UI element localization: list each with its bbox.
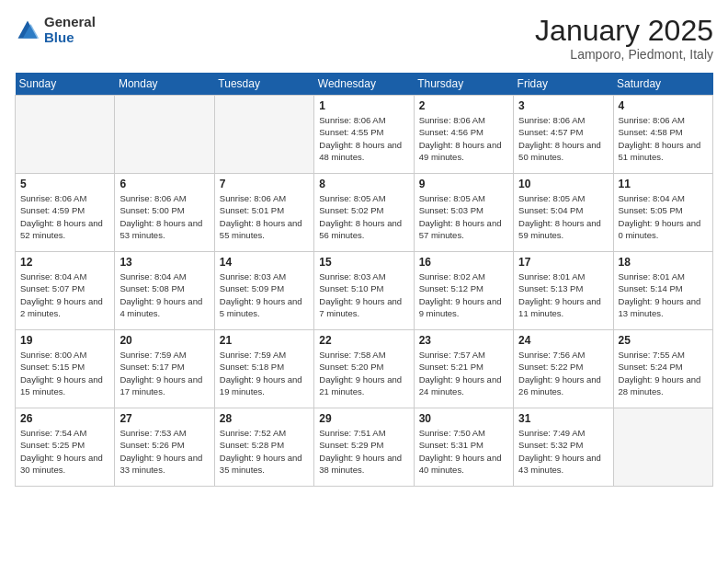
- day-number: 6: [119, 178, 209, 190]
- day-cell: 20Sunrise: 7:59 AM Sunset: 5:17 PM Dayli…: [115, 330, 214, 408]
- day-number: 9: [419, 178, 508, 190]
- calendar-subtitle: Lamporo, Piedmont, Italy: [535, 47, 713, 62]
- day-info: Sunrise: 8:06 AM Sunset: 5:01 PM Dayligh…: [220, 192, 309, 241]
- day-info: Sunrise: 8:04 AM Sunset: 5:05 PM Dayligh…: [619, 192, 708, 241]
- day-number: 28: [220, 412, 309, 425]
- header-sunday: Sunday: [16, 73, 115, 96]
- week-row-1: 1Sunrise: 8:06 AM Sunset: 4:55 PM Daylig…: [16, 96, 713, 174]
- day-number: 30: [419, 412, 508, 425]
- day-info: Sunrise: 8:06 AM Sunset: 4:57 PM Dayligh…: [518, 114, 608, 163]
- day-number: 31: [518, 412, 608, 425]
- day-info: Sunrise: 7:50 AM Sunset: 5:31 PM Dayligh…: [419, 427, 508, 476]
- day-cell: 26Sunrise: 7:54 AM Sunset: 5:25 PM Dayli…: [16, 408, 115, 487]
- day-number: 17: [518, 256, 608, 269]
- calendar-body: 1Sunrise: 8:06 AM Sunset: 4:55 PM Daylig…: [16, 96, 713, 487]
- day-number: 12: [20, 256, 109, 269]
- day-cell: 16Sunrise: 8:02 AM Sunset: 5:12 PM Dayli…: [414, 252, 513, 330]
- day-number: 21: [220, 334, 309, 347]
- day-cell: 19Sunrise: 8:00 AM Sunset: 5:15 PM Dayli…: [16, 330, 115, 408]
- day-info: Sunrise: 8:03 AM Sunset: 5:09 PM Dayligh…: [220, 270, 309, 319]
- day-number: 7: [220, 178, 309, 190]
- day-cell: 18Sunrise: 8:01 AM Sunset: 5:14 PM Dayli…: [613, 252, 712, 330]
- day-info: Sunrise: 7:58 AM Sunset: 5:20 PM Dayligh…: [319, 349, 408, 397]
- day-cell: 31Sunrise: 7:49 AM Sunset: 5:32 PM Dayli…: [514, 408, 613, 487]
- day-info: Sunrise: 8:04 AM Sunset: 5:08 PM Dayligh…: [119, 270, 209, 319]
- day-cell: 13Sunrise: 8:04 AM Sunset: 5:08 PM Dayli…: [115, 252, 214, 330]
- week-row-2: 5Sunrise: 8:06 AM Sunset: 4:59 PM Daylig…: [16, 174, 713, 252]
- header-friday: Friday: [514, 73, 613, 96]
- day-info: Sunrise: 8:02 AM Sunset: 5:12 PM Dayligh…: [419, 270, 508, 319]
- day-info: Sunrise: 8:06 AM Sunset: 4:56 PM Dayligh…: [419, 114, 508, 163]
- day-number: 2: [419, 99, 508, 112]
- day-cell: 21Sunrise: 7:59 AM Sunset: 5:18 PM Dayli…: [214, 330, 313, 408]
- day-number: 14: [220, 256, 309, 269]
- day-cell: 4Sunrise: 8:06 AM Sunset: 4:58 PM Daylig…: [613, 96, 712, 174]
- day-info: Sunrise: 7:54 AM Sunset: 5:25 PM Dayligh…: [20, 427, 109, 476]
- day-info: Sunrise: 7:55 AM Sunset: 5:24 PM Dayligh…: [619, 349, 708, 397]
- day-cell: 22Sunrise: 7:58 AM Sunset: 5:20 PM Dayli…: [314, 330, 414, 408]
- day-cell: 12Sunrise: 8:04 AM Sunset: 5:07 PM Dayli…: [16, 252, 115, 330]
- day-cell: 28Sunrise: 7:52 AM Sunset: 5:28 PM Dayli…: [214, 408, 313, 487]
- day-info: Sunrise: 7:56 AM Sunset: 5:22 PM Dayligh…: [518, 349, 608, 397]
- calendar-table: Sunday Monday Tuesday Wednesday Thursday…: [15, 73, 713, 487]
- day-cell: 14Sunrise: 8:03 AM Sunset: 5:09 PM Dayli…: [214, 252, 313, 330]
- logo-general: General: [44, 15, 96, 30]
- week-row-3: 12Sunrise: 8:04 AM Sunset: 5:07 PM Dayli…: [16, 252, 713, 330]
- day-cell: 15Sunrise: 8:03 AM Sunset: 5:10 PM Dayli…: [314, 252, 414, 330]
- day-cell: 5Sunrise: 8:06 AM Sunset: 4:59 PM Daylig…: [16, 174, 115, 252]
- day-cell: 3Sunrise: 8:06 AM Sunset: 4:57 PM Daylig…: [514, 96, 613, 174]
- day-cell: 25Sunrise: 7:55 AM Sunset: 5:24 PM Dayli…: [613, 330, 712, 408]
- day-number: 26: [20, 412, 109, 425]
- day-cell: 6Sunrise: 8:06 AM Sunset: 5:00 PM Daylig…: [115, 174, 214, 252]
- day-number: 23: [419, 334, 508, 347]
- day-info: Sunrise: 8:06 AM Sunset: 4:59 PM Dayligh…: [20, 192, 109, 241]
- day-info: Sunrise: 7:57 AM Sunset: 5:21 PM Dayligh…: [419, 349, 508, 397]
- day-cell: 10Sunrise: 8:05 AM Sunset: 5:04 PM Dayli…: [514, 174, 613, 252]
- calendar-header: Sunday Monday Tuesday Wednesday Thursday…: [16, 73, 713, 96]
- day-number: 15: [319, 256, 408, 269]
- day-info: Sunrise: 8:01 AM Sunset: 5:14 PM Dayligh…: [619, 270, 708, 319]
- day-number: 8: [319, 178, 408, 190]
- day-number: 10: [518, 178, 608, 190]
- day-cell: 9Sunrise: 8:05 AM Sunset: 5:03 PM Daylig…: [414, 174, 513, 252]
- day-number: 24: [518, 334, 608, 347]
- day-info: Sunrise: 8:05 AM Sunset: 5:04 PM Dayligh…: [518, 192, 608, 241]
- header-saturday: Saturday: [613, 73, 712, 96]
- logo-blue: Blue: [44, 30, 96, 46]
- day-number: 4: [619, 99, 708, 112]
- day-number: 11: [619, 178, 708, 190]
- day-cell: 30Sunrise: 7:50 AM Sunset: 5:31 PM Dayli…: [414, 408, 513, 487]
- day-cell: 11Sunrise: 8:04 AM Sunset: 5:05 PM Dayli…: [613, 174, 712, 252]
- day-number: 25: [619, 334, 708, 347]
- week-row-5: 26Sunrise: 7:54 AM Sunset: 5:25 PM Dayli…: [16, 408, 713, 487]
- day-cell: [115, 96, 214, 174]
- day-cell: 2Sunrise: 8:06 AM Sunset: 4:56 PM Daylig…: [414, 96, 513, 174]
- day-number: 3: [518, 99, 608, 112]
- logo-icon: [15, 17, 40, 43]
- logo: General Blue: [15, 15, 96, 45]
- day-info: Sunrise: 8:00 AM Sunset: 5:15 PM Dayligh…: [20, 349, 109, 397]
- day-cell: 8Sunrise: 8:05 AM Sunset: 5:02 PM Daylig…: [314, 174, 414, 252]
- day-cell: [214, 96, 313, 174]
- day-cell: [16, 96, 115, 174]
- logo-text: General Blue: [44, 15, 96, 45]
- day-info: Sunrise: 8:06 AM Sunset: 4:55 PM Dayligh…: [319, 114, 408, 163]
- header-wednesday: Wednesday: [314, 73, 414, 96]
- day-number: 22: [319, 334, 408, 347]
- day-cell: 17Sunrise: 8:01 AM Sunset: 5:13 PM Dayli…: [514, 252, 613, 330]
- day-number: 13: [119, 256, 209, 269]
- day-info: Sunrise: 8:05 AM Sunset: 5:02 PM Dayligh…: [319, 192, 408, 241]
- day-info: Sunrise: 8:03 AM Sunset: 5:10 PM Dayligh…: [319, 270, 408, 319]
- day-info: Sunrise: 7:49 AM Sunset: 5:32 PM Dayligh…: [518, 427, 608, 476]
- day-info: Sunrise: 8:06 AM Sunset: 5:00 PM Dayligh…: [119, 192, 209, 241]
- day-number: 5: [20, 178, 109, 190]
- day-info: Sunrise: 8:05 AM Sunset: 5:03 PM Dayligh…: [419, 192, 508, 241]
- day-number: 27: [119, 412, 209, 425]
- day-cell: [613, 408, 712, 487]
- day-info: Sunrise: 8:01 AM Sunset: 5:13 PM Dayligh…: [518, 270, 608, 319]
- day-cell: 29Sunrise: 7:51 AM Sunset: 5:29 PM Dayli…: [314, 408, 414, 487]
- day-info: Sunrise: 7:59 AM Sunset: 5:18 PM Dayligh…: [220, 349, 309, 397]
- day-info: Sunrise: 7:59 AM Sunset: 5:17 PM Dayligh…: [119, 349, 209, 397]
- day-cell: 7Sunrise: 8:06 AM Sunset: 5:01 PM Daylig…: [214, 174, 313, 252]
- day-number: 29: [319, 412, 408, 425]
